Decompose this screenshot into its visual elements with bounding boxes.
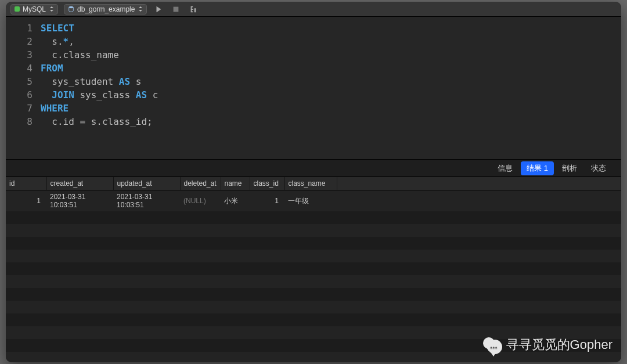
empty-row	[6, 313, 621, 326]
line-gutter: 12345678	[6, 17, 41, 159]
explain-button[interactable]	[188, 4, 199, 15]
results-table: id created_at updated_at deleted_at name…	[6, 177, 621, 362]
cell-classid[interactable]: 1	[250, 190, 284, 212]
line-number: 3	[6, 48, 33, 62]
toolbar: MySQL db_gorm_example	[6, 2, 621, 17]
cell-updated[interactable]: 2021-03-31 10:03:51	[113, 190, 180, 212]
cell-deleted[interactable]: (NULL)	[180, 190, 221, 212]
status-dot-icon	[15, 6, 20, 12]
col-header[interactable]: class_id	[250, 177, 284, 190]
code-line[interactable]: sys_student AS s	[41, 75, 158, 88]
code-line[interactable]: WHERE	[41, 102, 158, 115]
empty-row	[6, 339, 621, 352]
svg-rect-1	[174, 6, 179, 12]
sql-editor[interactable]: 12345678 SELECT s.*, c.class_nameFROM sy…	[6, 17, 621, 160]
tab-result[interactable]: 结果 1	[521, 161, 554, 175]
empty-row	[6, 237, 621, 250]
empty-row	[6, 250, 621, 262]
line-number: 8	[6, 115, 33, 128]
tab-info[interactable]: 信息	[492, 161, 518, 175]
empty-row	[6, 301, 621, 313]
line-number: 7	[6, 102, 33, 115]
col-header[interactable]: deleted_at	[180, 177, 221, 190]
chevron-updown-icon	[50, 6, 54, 12]
driver-select[interactable]: MySQL	[10, 4, 58, 15]
result-tabbar: 信息 结果 1 剖析 状态	[6, 160, 621, 177]
code-line[interactable]: SELECT	[41, 21, 158, 35]
stop-button[interactable]	[170, 4, 182, 15]
tab-profile[interactable]: 剖析	[556, 161, 583, 175]
cell-name[interactable]: 小米	[221, 190, 250, 212]
line-number: 1	[6, 21, 33, 35]
empty-row	[6, 211, 621, 224]
col-filler	[337, 177, 621, 190]
database-label: db_gorm_example	[77, 5, 135, 13]
results-panel: id created_at updated_at deleted_at name…	[6, 177, 621, 362]
table-row[interactable]: 12021-03-31 10:03:512021-03-31 10:03:51(…	[6, 190, 621, 212]
cell-created[interactable]: 2021-03-31 10:03:51	[46, 190, 113, 212]
chevron-updown-icon	[139, 6, 143, 12]
code-line[interactable]: c.class_name	[41, 48, 158, 62]
col-header[interactable]: updated_at	[113, 177, 180, 190]
empty-row	[6, 224, 621, 237]
driver-label: MySQL	[23, 5, 46, 13]
empty-row	[6, 352, 621, 362]
code-line[interactable]: c.id = s.class_id;	[41, 115, 158, 128]
empty-row	[6, 288, 621, 301]
line-number: 6	[6, 88, 33, 102]
database-icon	[68, 6, 74, 12]
cell-classname[interactable]: 一年级	[284, 190, 337, 212]
line-number: 2	[6, 35, 33, 48]
col-header[interactable]: id	[6, 177, 46, 190]
col-header[interactable]: class_name	[284, 177, 337, 190]
code-line[interactable]: s.*,	[41, 35, 158, 48]
sql-client-window: MySQL db_gorm_example 12345678 SELECT s.…	[6, 2, 621, 362]
col-header[interactable]: created_at	[46, 177, 113, 190]
database-select[interactable]: db_gorm_example	[64, 4, 147, 15]
line-number: 5	[6, 75, 33, 88]
run-button[interactable]	[153, 4, 164, 15]
svg-point-0	[69, 6, 74, 8]
code-line[interactable]: JOIN sys_class AS c	[41, 88, 158, 102]
empty-row	[6, 275, 621, 288]
code-line[interactable]: FROM	[41, 62, 158, 75]
cell-id[interactable]: 1	[6, 190, 46, 212]
empty-row	[6, 262, 621, 275]
col-header[interactable]: name	[221, 177, 250, 190]
line-number: 4	[6, 62, 33, 75]
code-area[interactable]: SELECT s.*, c.class_nameFROM sys_student…	[41, 17, 158, 159]
tab-status[interactable]: 状态	[585, 161, 612, 175]
empty-row	[6, 326, 621, 339]
